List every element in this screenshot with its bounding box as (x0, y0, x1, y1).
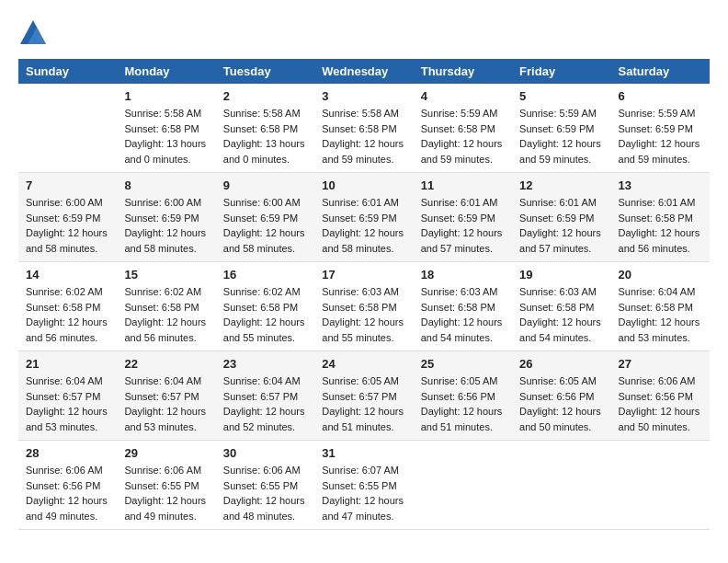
day-info: Sunrise: 6:04 AMSunset: 6:57 PMDaylight:… (26, 373, 109, 434)
calendar-table: SundayMondayTuesdayWednesdayThursdayFrid… (18, 59, 710, 530)
calendar-cell: 9Sunrise: 6:00 AMSunset: 6:59 PMDaylight… (216, 173, 314, 262)
day-number: 18 (421, 268, 505, 282)
calendar-cell: 15Sunrise: 6:02 AMSunset: 6:58 PMDayligh… (117, 262, 215, 351)
day-info: Sunrise: 5:58 AMSunset: 6:58 PMDaylight:… (124, 106, 208, 167)
day-number: 12 (519, 178, 603, 192)
day-number: 23 (223, 357, 307, 371)
day-info: Sunrise: 6:01 AMSunset: 6:59 PMDaylight:… (322, 195, 405, 256)
day-number: 9 (223, 178, 307, 192)
day-info: Sunrise: 6:00 AMSunset: 6:59 PMDaylight:… (223, 195, 307, 256)
calendar-cell: 1Sunrise: 5:58 AMSunset: 6:58 PMDaylight… (117, 84, 215, 173)
calendar-cell: 16Sunrise: 6:02 AMSunset: 6:58 PMDayligh… (216, 262, 314, 351)
calendar-header: SundayMondayTuesdayWednesdayThursdayFrid… (18, 59, 710, 84)
header-cell-tuesday: Tuesday (216, 59, 314, 84)
calendar-cell: 31Sunrise: 6:07 AMSunset: 6:55 PMDayligh… (314, 441, 413, 530)
day-number: 3 (322, 89, 405, 103)
day-info: Sunrise: 5:59 AMSunset: 6:58 PMDaylight:… (421, 106, 505, 167)
day-number: 19 (519, 268, 603, 282)
day-info: Sunrise: 6:07 AMSunset: 6:55 PMDaylight:… (322, 463, 405, 523)
day-info: Sunrise: 6:01 AMSunset: 6:58 PMDaylight:… (619, 195, 702, 256)
day-number: 24 (322, 357, 405, 371)
calendar-week-row: 28Sunrise: 6:06 AMSunset: 6:56 PMDayligh… (18, 441, 710, 530)
day-info: Sunrise: 6:04 AMSunset: 6:58 PMDaylight:… (619, 284, 702, 345)
calendar-cell (414, 441, 512, 530)
day-info: Sunrise: 5:58 AMSunset: 6:58 PMDaylight:… (322, 106, 405, 167)
calendar-cell: 12Sunrise: 6:01 AMSunset: 6:59 PMDayligh… (512, 173, 610, 262)
day-info: Sunrise: 6:06 AMSunset: 6:55 PMDaylight:… (223, 463, 307, 523)
calendar-cell (611, 441, 710, 530)
calendar-cell: 24Sunrise: 6:05 AMSunset: 6:57 PMDayligh… (314, 351, 413, 441)
header-row: SundayMondayTuesdayWednesdayThursdayFrid… (18, 59, 710, 84)
day-number: 26 (519, 357, 603, 371)
day-number: 28 (26, 446, 109, 460)
calendar-cell: 7Sunrise: 6:00 AMSunset: 6:59 PMDaylight… (18, 173, 117, 262)
logo-icon (18, 18, 44, 44)
calendar-cell: 23Sunrise: 6:04 AMSunset: 6:57 PMDayligh… (216, 351, 314, 441)
header-cell-friday: Friday (512, 59, 610, 84)
day-info: Sunrise: 5:59 AMSunset: 6:59 PMDaylight:… (619, 106, 702, 167)
calendar-cell: 6Sunrise: 5:59 AMSunset: 6:59 PMDaylight… (611, 84, 710, 173)
day-info: Sunrise: 6:02 AMSunset: 6:58 PMDaylight:… (124, 284, 208, 345)
day-number: 31 (322, 446, 405, 460)
calendar-cell: 17Sunrise: 6:03 AMSunset: 6:58 PMDayligh… (314, 262, 413, 351)
day-info: Sunrise: 6:00 AMSunset: 6:59 PMDaylight:… (124, 195, 208, 256)
day-info: Sunrise: 6:06 AMSunset: 6:56 PMDaylight:… (26, 463, 109, 523)
calendar-cell: 8Sunrise: 6:00 AMSunset: 6:59 PMDaylight… (117, 173, 215, 262)
day-number: 10 (322, 178, 405, 192)
day-number: 29 (124, 446, 208, 460)
day-number: 22 (124, 357, 208, 371)
calendar-cell: 2Sunrise: 5:58 AMSunset: 6:58 PMDaylight… (216, 84, 314, 173)
day-info: Sunrise: 5:58 AMSunset: 6:58 PMDaylight:… (223, 106, 307, 167)
day-info: Sunrise: 6:03 AMSunset: 6:58 PMDaylight:… (421, 284, 505, 345)
day-number: 20 (619, 268, 702, 282)
calendar-cell: 13Sunrise: 6:01 AMSunset: 6:58 PMDayligh… (611, 173, 710, 262)
day-number: 1 (124, 89, 208, 103)
calendar-week-row: 1Sunrise: 5:58 AMSunset: 6:58 PMDaylight… (18, 84, 710, 173)
calendar-cell: 3Sunrise: 5:58 AMSunset: 6:58 PMDaylight… (314, 84, 413, 173)
day-number: 14 (26, 268, 109, 282)
calendar-cell: 28Sunrise: 6:06 AMSunset: 6:56 PMDayligh… (18, 441, 117, 530)
day-number: 13 (619, 178, 702, 192)
day-number: 8 (124, 178, 208, 192)
calendar-cell: 29Sunrise: 6:06 AMSunset: 6:55 PMDayligh… (117, 441, 215, 530)
calendar-cell: 14Sunrise: 6:02 AMSunset: 6:58 PMDayligh… (18, 262, 117, 351)
day-number: 16 (223, 268, 307, 282)
calendar-cell: 18Sunrise: 6:03 AMSunset: 6:58 PMDayligh… (414, 262, 512, 351)
calendar-cell: 21Sunrise: 6:04 AMSunset: 6:57 PMDayligh… (18, 351, 117, 441)
day-info: Sunrise: 5:59 AMSunset: 6:59 PMDaylight:… (519, 106, 603, 167)
calendar-cell: 10Sunrise: 6:01 AMSunset: 6:59 PMDayligh… (314, 173, 413, 262)
calendar-cell: 20Sunrise: 6:04 AMSunset: 6:58 PMDayligh… (611, 262, 710, 351)
day-info: Sunrise: 6:01 AMSunset: 6:59 PMDaylight:… (519, 195, 603, 256)
day-info: Sunrise: 6:02 AMSunset: 6:58 PMDaylight:… (26, 284, 109, 345)
day-number: 15 (124, 268, 208, 282)
logo (18, 18, 48, 44)
day-number: 21 (26, 357, 109, 371)
calendar-cell: 11Sunrise: 6:01 AMSunset: 6:59 PMDayligh… (414, 173, 512, 262)
calendar-cell: 30Sunrise: 6:06 AMSunset: 6:55 PMDayligh… (216, 441, 314, 530)
day-info: Sunrise: 6:00 AMSunset: 6:59 PMDaylight:… (26, 195, 109, 256)
day-number: 5 (519, 89, 603, 103)
calendar-week-row: 21Sunrise: 6:04 AMSunset: 6:57 PMDayligh… (18, 351, 710, 441)
day-info: Sunrise: 6:03 AMSunset: 6:58 PMDaylight:… (322, 284, 405, 345)
day-number: 7 (26, 178, 109, 192)
day-number: 2 (223, 89, 307, 103)
day-info: Sunrise: 6:02 AMSunset: 6:58 PMDaylight:… (223, 284, 307, 345)
calendar-week-row: 14Sunrise: 6:02 AMSunset: 6:58 PMDayligh… (18, 262, 710, 351)
day-info: Sunrise: 6:05 AMSunset: 6:56 PMDaylight:… (421, 373, 505, 434)
day-info: Sunrise: 6:04 AMSunset: 6:57 PMDaylight:… (124, 373, 208, 434)
header-cell-wednesday: Wednesday (314, 59, 413, 84)
day-info: Sunrise: 6:05 AMSunset: 6:57 PMDaylight:… (322, 373, 405, 434)
calendar-cell: 27Sunrise: 6:06 AMSunset: 6:56 PMDayligh… (611, 351, 710, 441)
calendar-cell: 22Sunrise: 6:04 AMSunset: 6:57 PMDayligh… (117, 351, 215, 441)
header-cell-sunday: Sunday (18, 59, 117, 84)
day-number: 11 (421, 178, 505, 192)
calendar-cell: 5Sunrise: 5:59 AMSunset: 6:59 PMDaylight… (512, 84, 610, 173)
day-info: Sunrise: 6:05 AMSunset: 6:56 PMDaylight:… (519, 373, 603, 434)
calendar-week-row: 7Sunrise: 6:00 AMSunset: 6:59 PMDaylight… (18, 173, 710, 262)
day-number: 4 (421, 89, 505, 103)
calendar-cell: 26Sunrise: 6:05 AMSunset: 6:56 PMDayligh… (512, 351, 610, 441)
header-cell-thursday: Thursday (414, 59, 512, 84)
calendar-cell (18, 84, 117, 173)
calendar-cell: 4Sunrise: 5:59 AMSunset: 6:58 PMDaylight… (414, 84, 512, 173)
page-header (18, 18, 710, 44)
